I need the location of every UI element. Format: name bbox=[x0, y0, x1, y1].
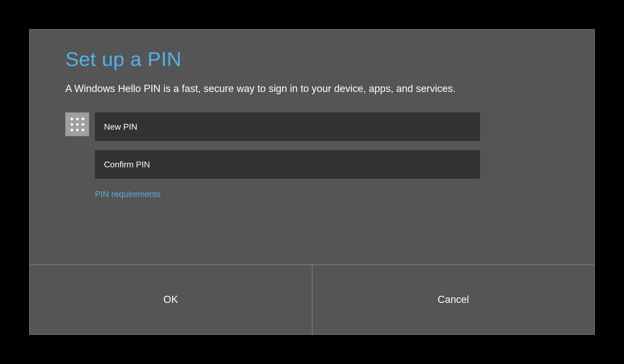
keypad-icon bbox=[65, 112, 89, 136]
pin-setup-dialog: Set up a PIN A Windows Hello PIN is a fa… bbox=[29, 29, 595, 335]
new-pin-input[interactable] bbox=[95, 112, 480, 141]
inputs-column: PIN requirements bbox=[95, 112, 480, 199]
dialog-title: Set up a PIN bbox=[65, 47, 559, 71]
dialog-content: Set up a PIN A Windows Hello PIN is a fa… bbox=[30, 30, 594, 265]
dialog-description: A Windows Hello PIN is a fast, secure wa… bbox=[65, 83, 559, 95]
ok-button[interactable]: OK bbox=[30, 265, 312, 334]
pin-requirements-link[interactable]: PIN requirements bbox=[95, 189, 161, 199]
dialog-buttons: OK Cancel bbox=[30, 265, 594, 334]
cancel-button[interactable]: Cancel bbox=[312, 265, 595, 334]
confirm-pin-input[interactable] bbox=[95, 150, 480, 179]
input-section: PIN requirements bbox=[65, 112, 559, 199]
